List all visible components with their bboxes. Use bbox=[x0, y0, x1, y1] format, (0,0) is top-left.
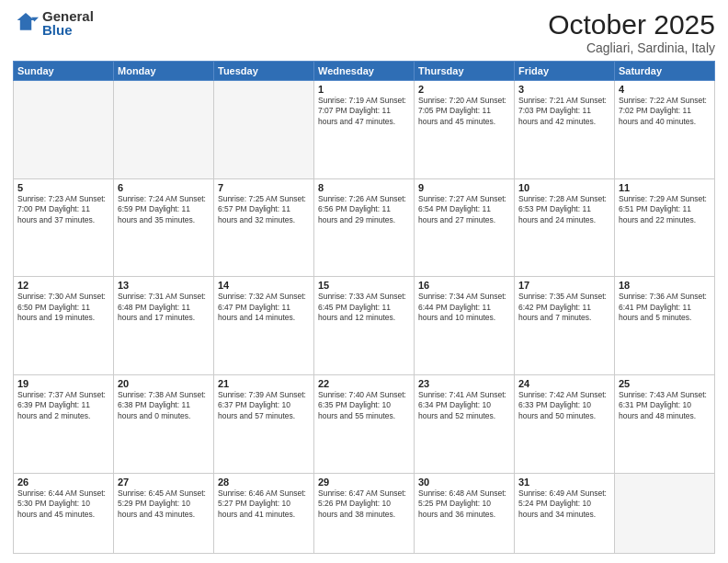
day-number: 24 bbox=[518, 378, 610, 389]
day-number: 5 bbox=[17, 182, 109, 193]
calendar-cell: 6Sunrise: 7:24 AM Sunset: 6:59 PM Daylig… bbox=[114, 178, 214, 277]
day-number: 6 bbox=[118, 182, 210, 193]
calendar-cell: 28Sunrise: 6:46 AM Sunset: 5:27 PM Dayli… bbox=[214, 473, 314, 553]
day-info: Sunrise: 7:32 AM Sunset: 6:47 PM Dayligh… bbox=[218, 292, 310, 323]
day-info: Sunrise: 6:49 AM Sunset: 5:24 PM Dayligh… bbox=[518, 488, 610, 520]
month-title: October 2025 bbox=[548, 9, 715, 40]
calendar-cell: 5Sunrise: 7:23 AM Sunset: 7:00 PM Daylig… bbox=[14, 178, 114, 277]
day-info: Sunrise: 7:25 AM Sunset: 6:57 PM Dayligh… bbox=[218, 194, 310, 225]
day-info: Sunrise: 7:23 AM Sunset: 7:00 PM Dayligh… bbox=[17, 194, 109, 225]
day-info: Sunrise: 7:38 AM Sunset: 6:38 PM Dayligh… bbox=[118, 390, 210, 421]
calendar-week-row: 5Sunrise: 7:23 AM Sunset: 7:00 PM Daylig… bbox=[14, 178, 715, 277]
page: General Blue October 2025 Cagliari, Sard… bbox=[0, 0, 728, 563]
day-number: 8 bbox=[318, 182, 410, 193]
calendar-cell: 24Sunrise: 7:42 AM Sunset: 6:33 PM Dayli… bbox=[515, 375, 615, 474]
day-info: Sunrise: 7:33 AM Sunset: 6:45 PM Dayligh… bbox=[318, 292, 410, 323]
day-number: 11 bbox=[619, 182, 711, 193]
day-number: 2 bbox=[418, 84, 510, 95]
calendar-cell: 3Sunrise: 7:21 AM Sunset: 7:03 PM Daylig… bbox=[515, 81, 615, 179]
day-number: 13 bbox=[118, 280, 210, 291]
day-info: Sunrise: 6:46 AM Sunset: 5:27 PM Dayligh… bbox=[218, 488, 310, 520]
calendar-cell: 13Sunrise: 7:31 AM Sunset: 6:48 PM Dayli… bbox=[114, 277, 214, 375]
calendar-cell: 4Sunrise: 7:22 AM Sunset: 7:02 PM Daylig… bbox=[615, 81, 715, 179]
day-number: 29 bbox=[318, 477, 410, 488]
calendar-week-row: 19Sunrise: 7:37 AM Sunset: 6:39 PM Dayli… bbox=[14, 375, 715, 474]
calendar-cell: 19Sunrise: 7:37 AM Sunset: 6:39 PM Dayli… bbox=[14, 375, 114, 474]
day-info: Sunrise: 6:47 AM Sunset: 5:26 PM Dayligh… bbox=[318, 488, 410, 520]
day-info: Sunrise: 7:43 AM Sunset: 6:31 PM Dayligh… bbox=[619, 390, 711, 421]
day-info: Sunrise: 7:40 AM Sunset: 6:35 PM Dayligh… bbox=[318, 390, 410, 421]
day-info: Sunrise: 7:26 AM Sunset: 6:56 PM Dayligh… bbox=[318, 194, 410, 225]
logo-icon bbox=[13, 10, 39, 36]
day-info: Sunrise: 7:22 AM Sunset: 7:02 PM Dayligh… bbox=[619, 96, 711, 127]
calendar-header-friday: Friday bbox=[515, 62, 615, 81]
calendar-cell: 29Sunrise: 6:47 AM Sunset: 5:26 PM Dayli… bbox=[314, 473, 415, 553]
day-number: 20 bbox=[118, 378, 210, 389]
calendar-cell: 31Sunrise: 6:49 AM Sunset: 5:24 PM Dayli… bbox=[515, 473, 615, 553]
calendar-week-row: 26Sunrise: 6:44 AM Sunset: 5:30 PM Dayli… bbox=[14, 473, 715, 553]
title-block: October 2025 Cagliari, Sardinia, Italy bbox=[548, 9, 715, 55]
day-info: Sunrise: 7:21 AM Sunset: 7:03 PM Dayligh… bbox=[518, 96, 610, 127]
calendar-cell: 23Sunrise: 7:41 AM Sunset: 6:34 PM Dayli… bbox=[415, 375, 515, 474]
day-info: Sunrise: 7:30 AM Sunset: 6:50 PM Dayligh… bbox=[17, 292, 109, 323]
day-info: Sunrise: 7:20 AM Sunset: 7:05 PM Dayligh… bbox=[418, 96, 510, 127]
day-number: 28 bbox=[218, 477, 310, 488]
calendar-cell: 7Sunrise: 7:25 AM Sunset: 6:57 PM Daylig… bbox=[214, 178, 314, 277]
calendar-cell: 18Sunrise: 7:36 AM Sunset: 6:41 PM Dayli… bbox=[615, 277, 715, 375]
calendar-header-saturday: Saturday bbox=[615, 62, 715, 81]
day-info: Sunrise: 7:35 AM Sunset: 6:42 PM Dayligh… bbox=[518, 292, 610, 323]
calendar-header-wednesday: Wednesday bbox=[314, 62, 415, 81]
calendar-cell: 11Sunrise: 7:29 AM Sunset: 6:51 PM Dayli… bbox=[615, 178, 715, 277]
day-number: 16 bbox=[418, 280, 510, 291]
calendar-week-row: 12Sunrise: 7:30 AM Sunset: 6:50 PM Dayli… bbox=[14, 277, 715, 375]
calendar-cell bbox=[114, 81, 214, 179]
day-info: Sunrise: 7:19 AM Sunset: 7:07 PM Dayligh… bbox=[318, 96, 410, 127]
day-info: Sunrise: 7:36 AM Sunset: 6:41 PM Dayligh… bbox=[619, 292, 711, 323]
logo-text: General Blue bbox=[42, 9, 94, 37]
calendar-cell: 25Sunrise: 7:43 AM Sunset: 6:31 PM Dayli… bbox=[615, 375, 715, 474]
calendar-cell: 26Sunrise: 6:44 AM Sunset: 5:30 PM Dayli… bbox=[14, 473, 114, 553]
day-number: 25 bbox=[619, 378, 711, 389]
logo-blue-text: Blue bbox=[42, 23, 94, 37]
day-info: Sunrise: 6:44 AM Sunset: 5:30 PM Dayligh… bbox=[17, 488, 109, 520]
calendar-cell: 1Sunrise: 7:19 AM Sunset: 7:07 PM Daylig… bbox=[314, 81, 415, 179]
calendar-cell: 16Sunrise: 7:34 AM Sunset: 6:44 PM Dayli… bbox=[415, 277, 515, 375]
day-number: 15 bbox=[318, 280, 410, 291]
logo-general-text: General bbox=[42, 9, 94, 23]
day-info: Sunrise: 6:48 AM Sunset: 5:25 PM Dayligh… bbox=[418, 488, 510, 520]
day-number: 19 bbox=[17, 378, 109, 389]
calendar-cell: 17Sunrise: 7:35 AM Sunset: 6:42 PM Dayli… bbox=[515, 277, 615, 375]
day-number: 10 bbox=[518, 182, 610, 193]
location-title: Cagliari, Sardinia, Italy bbox=[548, 40, 715, 55]
calendar-header-tuesday: Tuesday bbox=[214, 62, 314, 81]
day-number: 23 bbox=[418, 378, 510, 389]
day-number: 30 bbox=[418, 477, 510, 488]
day-info: Sunrise: 7:41 AM Sunset: 6:34 PM Dayligh… bbox=[418, 390, 510, 421]
calendar-cell: 9Sunrise: 7:27 AM Sunset: 6:54 PM Daylig… bbox=[415, 178, 515, 277]
day-number: 17 bbox=[518, 280, 610, 291]
calendar-cell: 10Sunrise: 7:28 AM Sunset: 6:53 PM Dayli… bbox=[515, 178, 615, 277]
day-number: 3 bbox=[518, 84, 610, 95]
calendar-cell: 2Sunrise: 7:20 AM Sunset: 7:05 PM Daylig… bbox=[415, 81, 515, 179]
day-number: 12 bbox=[17, 280, 109, 291]
calendar-header-sunday: Sunday bbox=[14, 62, 114, 81]
day-number: 14 bbox=[218, 280, 310, 291]
day-number: 7 bbox=[218, 182, 310, 193]
calendar-cell: 20Sunrise: 7:38 AM Sunset: 6:38 PM Dayli… bbox=[114, 375, 214, 474]
calendar-cell: 22Sunrise: 7:40 AM Sunset: 6:35 PM Dayli… bbox=[314, 375, 415, 474]
day-number: 22 bbox=[318, 378, 410, 389]
header: General Blue October 2025 Cagliari, Sard… bbox=[13, 9, 715, 55]
calendar-header-thursday: Thursday bbox=[415, 62, 515, 81]
calendar-cell: 27Sunrise: 6:45 AM Sunset: 5:29 PM Dayli… bbox=[114, 473, 214, 553]
calendar-cell bbox=[14, 81, 114, 179]
day-number: 21 bbox=[218, 378, 310, 389]
day-info: Sunrise: 7:42 AM Sunset: 6:33 PM Dayligh… bbox=[518, 390, 610, 421]
calendar-cell: 8Sunrise: 7:26 AM Sunset: 6:56 PM Daylig… bbox=[314, 178, 415, 277]
calendar-cell: 14Sunrise: 7:32 AM Sunset: 6:47 PM Dayli… bbox=[214, 277, 314, 375]
day-info: Sunrise: 7:37 AM Sunset: 6:39 PM Dayligh… bbox=[17, 390, 109, 421]
calendar-cell: 12Sunrise: 7:30 AM Sunset: 6:50 PM Dayli… bbox=[14, 277, 114, 375]
day-number: 18 bbox=[619, 280, 711, 291]
logo: General Blue bbox=[13, 9, 94, 37]
day-number: 26 bbox=[17, 477, 109, 488]
calendar-cell: 21Sunrise: 7:39 AM Sunset: 6:37 PM Dayli… bbox=[214, 375, 314, 474]
